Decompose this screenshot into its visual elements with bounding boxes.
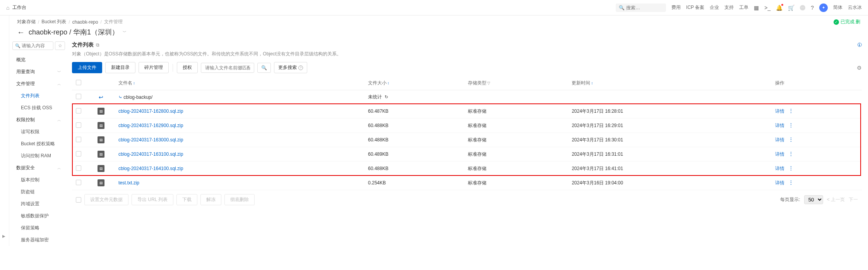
file-name-link[interactable]: cblog-20240317-164100.sql.zip bbox=[118, 166, 183, 171]
select-all-bottom[interactable] bbox=[76, 197, 81, 203]
nav-toggle[interactable]: ▶ bbox=[2, 234, 5, 238]
table-row: ▤ test.txt.zip 0.254KB 标准存储 2024年3月16日 1… bbox=[72, 176, 862, 190]
global-search[interactable]: 🔍 bbox=[616, 3, 666, 12]
row-checkbox[interactable] bbox=[76, 108, 81, 114]
detail-link[interactable]: 详情 bbox=[775, 137, 784, 143]
copy-icon[interactable]: ⧉ bbox=[96, 42, 99, 48]
file-name-link[interactable]: cblog-20240317-163100.sql.zip bbox=[118, 151, 183, 157]
unfreeze-button[interactable]: 解冻 bbox=[200, 194, 221, 205]
sidebar-search[interactable]: 🔍 bbox=[12, 41, 53, 50]
home-icon[interactable]: ⌂ bbox=[6, 5, 9, 11]
user-avatar[interactable]: ✦ bbox=[819, 3, 828, 12]
task-status[interactable]: ✓ 已完成 删 bbox=[834, 19, 860, 25]
region-dropdown[interactable]: ﹀ bbox=[123, 29, 127, 35]
delete-button[interactable]: 彻底删除 bbox=[224, 194, 255, 205]
sidebar-ram[interactable]: 访问控制 RAM bbox=[12, 150, 65, 162]
prev-page[interactable]: < 上一页 bbox=[827, 196, 845, 203]
detail-link[interactable]: 详情 bbox=[775, 123, 784, 128]
row-more-icon[interactable]: ⋮ bbox=[788, 151, 794, 157]
help-link-icon[interactable]: 🛈 bbox=[857, 42, 862, 48]
row-more-icon[interactable]: ⋮ bbox=[788, 165, 794, 171]
notification-icon[interactable]: 🔔 bbox=[776, 5, 782, 11]
fragment-button[interactable]: 碎片管理 bbox=[139, 62, 169, 73]
next-page[interactable]: 下一 bbox=[849, 196, 858, 203]
export-url-button[interactable]: 导出 URL 列表 bbox=[132, 194, 173, 205]
sidebar-file-list[interactable]: 文件列表 bbox=[12, 90, 65, 102]
favorite-button[interactable]: ☆ bbox=[55, 41, 65, 50]
sidebar-hotlink[interactable]: 防盗链 bbox=[12, 186, 65, 198]
col-updated[interactable]: 更新时间↕ bbox=[568, 76, 771, 90]
top-link-icp[interactable]: ICP 备案 bbox=[686, 4, 704, 11]
row-checkbox[interactable] bbox=[76, 151, 81, 156]
col-storage[interactable]: 存储类型▽ bbox=[464, 76, 568, 90]
app-grid-icon[interactable]: ▦ bbox=[754, 5, 759, 11]
file-name-link[interactable]: cblog-20240317-162900.sql.zip bbox=[118, 123, 183, 128]
folder-path[interactable]: ⤷ cblog-backup/ bbox=[115, 90, 364, 104]
row-more-icon[interactable]: ⋮ bbox=[788, 179, 794, 186]
sidebar-encryption[interactable]: 服务器端加密 bbox=[12, 234, 65, 246]
sidebar-file-mgmt[interactable]: 文件管理︿ bbox=[12, 78, 65, 90]
top-link-enterprise[interactable]: 企业 bbox=[710, 4, 719, 11]
detail-link[interactable]: 详情 bbox=[775, 166, 784, 171]
crumb-oss[interactable]: 对象存储 bbox=[17, 19, 36, 25]
upload-button[interactable]: 上传文件 bbox=[72, 62, 102, 73]
sidebar-search-input[interactable] bbox=[22, 43, 51, 48]
sidebar-cors[interactable]: 跨域设置 bbox=[12, 198, 65, 210]
top-link-cost[interactable]: 费用 bbox=[671, 4, 681, 11]
row-checkbox[interactable] bbox=[76, 165, 81, 171]
help-icon[interactable]: ? bbox=[811, 5, 814, 11]
file-name-link[interactable]: cblog-20240317-162800.sql.zip bbox=[118, 108, 183, 114]
back-folder-icon[interactable]: ↩ bbox=[99, 94, 103, 100]
prefix-filter-input[interactable] bbox=[201, 63, 254, 73]
column-settings-icon[interactable]: ⚙ bbox=[857, 65, 862, 71]
per-page-select[interactable]: 50 bbox=[804, 195, 823, 204]
sidebar-bucket-policy[interactable]: Bucket 授权策略 bbox=[12, 138, 65, 150]
row-checkbox[interactable] bbox=[76, 94, 81, 99]
set-meta-button[interactable]: 设置文件元数据 bbox=[84, 194, 128, 205]
sidebar-overview[interactable]: 概览 bbox=[12, 54, 65, 66]
sidebar-access-ctrl[interactable]: 权限控制︿ bbox=[12, 114, 65, 126]
sidebar-ecs-mount[interactable]: ECS 挂载 OSS bbox=[12, 102, 65, 114]
cart-icon[interactable]: 🛒 bbox=[788, 5, 794, 11]
more-search-button[interactable]: 更多搜索 ? bbox=[274, 62, 307, 73]
sidebar-data-sec[interactable]: 数据安全︿ bbox=[12, 162, 65, 174]
refresh-icon[interactable]: ↻ bbox=[385, 95, 388, 99]
row-more-icon[interactable]: ⋮ bbox=[788, 136, 794, 143]
search-button[interactable]: 🔍 bbox=[257, 63, 271, 73]
file-size: 60.487KB bbox=[364, 104, 464, 119]
row-more-icon[interactable]: ⋮ bbox=[788, 108, 794, 114]
download-button[interactable]: 下载 bbox=[176, 194, 197, 205]
detail-link[interactable]: 详情 bbox=[775, 151, 784, 157]
top-link-ticket[interactable]: 工单 bbox=[739, 4, 748, 11]
auth-button[interactable]: 授权 bbox=[177, 62, 198, 73]
row-checkbox[interactable] bbox=[76, 180, 81, 185]
col-size[interactable]: 文件大小↕ bbox=[364, 76, 464, 90]
row-more-icon[interactable]: ⋮ bbox=[788, 122, 794, 128]
back-arrow[interactable]: ← bbox=[17, 28, 25, 37]
file-name-link[interactable]: test.txt.zip bbox=[118, 180, 139, 186]
lang-label[interactable]: 简体 bbox=[833, 4, 842, 11]
username-label[interactable]: 云水冰 bbox=[848, 4, 862, 11]
crumb-bucket-list[interactable]: Bucket 列表 bbox=[41, 19, 66, 25]
sidebar-rw-perm[interactable]: 读写权限 bbox=[12, 126, 65, 138]
new-dir-button[interactable]: 新建目录 bbox=[105, 62, 135, 73]
sidebar-usage[interactable]: 用量查询﹀ bbox=[12, 66, 65, 78]
table-row: ▤ cblog-20240317-162900.sql.zip 60.488KB… bbox=[72, 119, 862, 133]
file-name-link[interactable]: cblog-20240317-163000.sql.zip bbox=[118, 137, 183, 143]
select-all-checkbox[interactable] bbox=[76, 80, 81, 85]
sidebar-version[interactable]: 版本控制 bbox=[12, 174, 65, 186]
global-search-input[interactable] bbox=[626, 5, 663, 10]
cli-icon[interactable]: >_ bbox=[764, 5, 770, 11]
detail-link[interactable]: 详情 bbox=[775, 108, 784, 114]
sidebar-sensitive[interactable]: 敏感数据保护 bbox=[12, 210, 65, 222]
row-checkbox[interactable] bbox=[76, 122, 81, 128]
detail-link[interactable]: 详情 bbox=[775, 180, 784, 186]
sidebar-retention[interactable]: 保留策略 bbox=[12, 222, 65, 234]
workbench-label[interactable]: 工作台 bbox=[12, 4, 26, 11]
col-name[interactable]: 文件名↕ bbox=[115, 76, 364, 90]
file-size: 60.488KB bbox=[364, 119, 464, 133]
row-checkbox[interactable] bbox=[76, 137, 81, 142]
top-link-support[interactable]: 支持 bbox=[724, 4, 734, 11]
crumb-bucket[interactable]: chaobk-repo bbox=[72, 19, 98, 25]
more-apps-icon[interactable]: ⋯ bbox=[800, 5, 805, 10]
